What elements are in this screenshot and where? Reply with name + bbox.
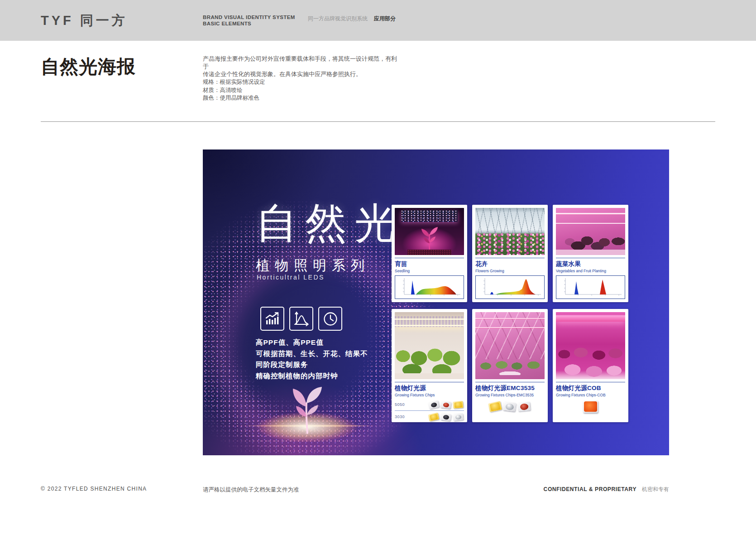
card-emc3535: 植物灯光源EMC3535 Growing Fixtures Chips-EMC3… xyxy=(472,309,548,422)
spectrum-chart xyxy=(475,275,545,299)
spec-item: 规格：根据实际情况设定 xyxy=(203,78,265,87)
flower-field-graphic xyxy=(475,232,545,255)
growth-chart-icon xyxy=(260,307,284,331)
spectrum-chart xyxy=(556,275,625,299)
magenta-crops-photo xyxy=(556,312,625,379)
led-chip-dark xyxy=(428,400,440,409)
card-title: 花卉 xyxy=(475,260,545,268)
bench-graphic xyxy=(556,250,625,255)
description-line: 传递企业个性化的视觉形象。在具体实施中应严格参照执行。 xyxy=(203,70,397,78)
card-title: 蔬菜水果 xyxy=(556,260,625,268)
footer-notice: 请严格以提供的电子文档矢量文件为准 xyxy=(203,486,299,494)
tomato-plants-graphic xyxy=(556,229,625,251)
lettuce-graphic xyxy=(395,335,464,374)
led-bars-graphic xyxy=(556,210,625,224)
spec-item: 颜色：使用品牌标准色 xyxy=(203,94,265,102)
header-section-label: 应用部分 xyxy=(374,15,396,22)
feature-line: 可根据苗期、生长、开花、结果不 xyxy=(256,348,368,360)
card-title: 植物灯光源 xyxy=(395,384,464,392)
poster-series-title: 植物照明系列 xyxy=(256,256,370,275)
card-divider xyxy=(556,258,625,258)
led-bar-graphic xyxy=(556,315,625,321)
confidential-en: CONFIDENTIAL & PROPRIETARY xyxy=(544,486,636,492)
sprout-illustration xyxy=(278,375,336,434)
card-title: 植物灯光源COB xyxy=(556,384,625,392)
header-system-name-cn: 同一方品牌视觉识别系统应用部分 xyxy=(308,15,396,23)
chip-size-label: 3030 xyxy=(395,415,409,419)
feature-line: 高PPF值、高PPE值 xyxy=(256,337,368,348)
card-title: 育苗 xyxy=(395,260,464,268)
header-system-line1: BRAND VISUAL IDENTITY SYSTEM xyxy=(203,14,295,20)
led-chip-yellow xyxy=(488,401,502,412)
card-subtitle: Vegetables and Fruit Planting xyxy=(556,269,625,273)
footer-copyright: © 2022 TYFLED SHENZHEN CHINA xyxy=(41,486,147,492)
feature-text-block: 高PPF值、高PPE值 可根据苗期、生长、开花、结果不 同阶段定制服务 精确控制… xyxy=(256,337,368,381)
card-subtitle: Growing Fixtures Chips-COB xyxy=(556,393,625,397)
chip-images xyxy=(475,401,545,412)
cob-led-chip xyxy=(583,400,598,413)
seedling-plant-graphic xyxy=(416,225,443,251)
card-vegetables: 蔬菜水果 Vegetables and Fruit Planting xyxy=(553,205,628,302)
card-divider xyxy=(556,382,625,382)
divider-rule xyxy=(41,121,715,122)
spectrum-curve-icon xyxy=(289,307,313,331)
card-divider xyxy=(475,382,545,382)
card-divider xyxy=(395,258,464,258)
page-title: 自然光海报 xyxy=(41,54,136,79)
poster-title: 自然光 xyxy=(256,200,404,246)
chip-row-3030: 3030 xyxy=(395,411,464,422)
card-flowers: 花卉 Flowers Growing xyxy=(472,205,548,302)
led-tubes-graphic xyxy=(395,316,464,327)
crops-graphic xyxy=(475,352,545,375)
card-subtitle: Seedling xyxy=(395,269,464,273)
led-chip-red xyxy=(517,401,531,411)
chip-row-divider xyxy=(395,410,464,411)
chip-images xyxy=(429,414,464,420)
header-system-name-en: BRAND VISUAL IDENTITY SYSTEM BASIC ELEME… xyxy=(203,14,295,27)
led-chip-silver xyxy=(453,413,463,421)
spec-item: 材质：高清喷绘 xyxy=(203,87,265,95)
card-divider xyxy=(475,258,545,258)
spec-list: 规格：根据实际情况设定 材质：高清喷绘 颜色：使用品牌标准色 xyxy=(203,78,265,102)
feature-line: 同阶段定制服务 xyxy=(256,359,368,371)
soil-graphic xyxy=(407,250,452,255)
card-seedling: 育苗 Seedling xyxy=(392,205,467,302)
card-cob: 植物灯光源COB Growing Fixtures Chips-COB xyxy=(553,309,628,422)
led-chip-silver xyxy=(503,401,516,411)
header-bar: TYF 同一方 BRAND VISUAL IDENTITY SYSTEM BAS… xyxy=(0,0,756,41)
greenhouse-roof-graphic xyxy=(475,208,545,233)
led-panel-graphic xyxy=(401,210,458,222)
confidential-cn: 机密和专有 xyxy=(642,486,669,492)
clock-icon xyxy=(318,307,342,331)
feature-line: 精确控制植物的内部时钟 xyxy=(256,371,368,382)
led-bars-graphic xyxy=(475,314,545,331)
flowers-photo xyxy=(475,208,545,255)
product-card-grid: 育苗 Seedling xyxy=(392,205,628,422)
vertical-farm-photo xyxy=(475,312,545,379)
seedling-photo xyxy=(395,208,464,255)
footer-confidential: CONFIDENTIAL & PROPRIETARY机密和专有 xyxy=(544,486,669,493)
vegetables-photo xyxy=(556,208,625,255)
brand-manual-page: TYF 同一方 BRAND VISUAL IDENTITY SYSTEM BAS… xyxy=(0,0,756,535)
tray-graphic xyxy=(395,373,464,379)
header-system-cn: 同一方品牌视觉识别系统 xyxy=(308,15,368,22)
page-description: 产品海报主要作为公司对外宣传重要载体和手段，将其统一设计规范，有利于 传递企业个… xyxy=(203,55,397,78)
card-subtitle: Flowers Growing xyxy=(475,269,545,273)
led-chip-yellow xyxy=(428,412,440,421)
card-divider xyxy=(395,382,464,382)
card-chips: 植物灯光源 Growing Fixtures Chips 5050 3030 xyxy=(392,309,467,422)
header-system-line2: BASIC ELEMENTS xyxy=(203,20,295,27)
description-line: 产品海报主要作为公司对外宣传重要载体和手段，将其统一设计规范，有利于 xyxy=(203,55,397,70)
crops-graphic xyxy=(556,336,625,379)
brand-logo: TYF 同一方 xyxy=(41,12,128,30)
lettuce-photo xyxy=(395,312,464,379)
chip-images xyxy=(556,400,625,413)
chip-size-label: 5050 xyxy=(395,402,409,407)
led-chip-yellow xyxy=(453,401,463,409)
chip-rows: 5050 3030 xyxy=(395,399,464,422)
spectrum-chart xyxy=(395,275,464,299)
chip-row-5050: 5050 xyxy=(395,399,464,410)
card-title: 植物灯光源EMC3535 xyxy=(475,384,545,392)
led-chip-dark xyxy=(440,413,451,421)
card-subtitle: Growing Fixtures Chips xyxy=(395,393,464,397)
